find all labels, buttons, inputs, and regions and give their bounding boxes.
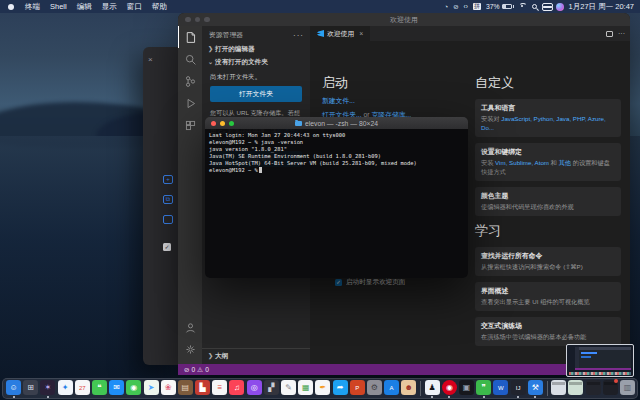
menu-item-3[interactable]: 显示 xyxy=(102,2,117,12)
account-icon[interactable] xyxy=(178,316,202,338)
dock-item-messages[interactable]: ❝ xyxy=(92,379,107,398)
dock-item-app-face[interactable]: ☻ xyxy=(401,379,416,398)
apple-menu-icon[interactable] xyxy=(8,4,14,10)
start-link[interactable]: 新建文件... xyxy=(322,97,355,104)
siri-icon[interactable] xyxy=(556,3,564,11)
status-icon-1[interactable]: ⊘ xyxy=(453,3,458,11)
dock-item-minimized-window-1[interactable] xyxy=(551,379,566,398)
control-center-icon[interactable] xyxy=(542,3,551,11)
error-icon: ⊘ xyxy=(184,366,190,374)
dock-item-app-store[interactable]: A xyxy=(384,379,399,398)
app-dark-purple-icon: ✶ xyxy=(40,380,55,395)
background-window-strip[interactable]: × + ⧉ ✓ xyxy=(143,47,179,365)
dock-item-calendar[interactable]: 27 xyxy=(75,379,90,398)
open-folder-button[interactable]: 打开文件夹 xyxy=(210,86,302,102)
dock-item-app-black-box[interactable]: ▣ xyxy=(459,379,474,398)
menu-item-1[interactable]: Shell xyxy=(50,2,67,12)
dock-item-music[interactable]: ♫ xyxy=(229,379,244,398)
dock-item-powerpoint[interactable]: P xyxy=(350,379,365,398)
dock-item-facetime[interactable]: ◉ xyxy=(126,379,141,398)
dock-item-app-dark-gray[interactable]: ▞ xyxy=(264,379,279,398)
dock-item-podcasts[interactable]: ◎ xyxy=(247,379,262,398)
status-icon-2[interactable]: ‹› xyxy=(464,3,468,11)
menu-bar-clock[interactable]: 1月27日 周一 20:47 xyxy=(569,2,634,12)
dock-item-mail[interactable]: ✉ xyxy=(109,379,124,398)
welcome-card[interactable]: 交互式演练场在演练场中尝试编辑器的基本必备功能 xyxy=(475,317,621,346)
new-file-icon[interactable]: + xyxy=(163,175,173,184)
card-link[interactable]: 其他 xyxy=(559,159,571,166)
welcome-card[interactable]: 颜色主题使编辑器和代码呈现你喜欢的外观 xyxy=(475,187,621,216)
explorer-more-icon[interactable]: ··· xyxy=(293,31,304,40)
status-icon-0[interactable]: ◔ xyxy=(444,3,448,11)
vscode-title-bar[interactable]: 欢迎使用 xyxy=(178,13,630,26)
search-icon[interactable] xyxy=(178,48,202,70)
folder-icon[interactable] xyxy=(163,215,173,224)
welcome-card[interactable]: 界面概述查看突出显示主要 UI 组件的可视化概览 xyxy=(475,282,621,311)
screenshot-preview-thumbnail[interactable] xyxy=(566,344,634,377)
app-red-round-icon: ◉ xyxy=(442,380,457,395)
dock-item-app-dark-purple[interactable]: ✶ xyxy=(40,379,55,398)
close-icon[interactable]: × xyxy=(148,55,153,64)
dock-item-intellij-idea[interactable]: IJ xyxy=(511,379,526,398)
dock-item-system-preferences[interactable]: ⚙ xyxy=(367,379,382,398)
dock-item-textedit[interactable]: ✎ xyxy=(281,379,296,398)
source-control-icon[interactable] xyxy=(178,70,202,92)
dock-item-app-brown[interactable]: ▤ xyxy=(178,379,193,398)
terminal-line: Java(TM) SE Runtime Environment (build 1… xyxy=(209,153,464,160)
dock-item-xcode[interactable]: ⚒ xyxy=(528,379,543,398)
problems-indicator[interactable]: ⊘ 0 ⚠ 0 xyxy=(184,366,209,374)
tab-close-icon[interactable]: × xyxy=(359,30,363,37)
welcome-card[interactable]: 工具和语言安装对 JavaScript, Python, Java, PHP, … xyxy=(475,99,621,137)
menu-item-4[interactable]: 窗口 xyxy=(127,2,142,12)
dock-item-trash[interactable]: ▥ xyxy=(620,379,635,398)
card-text: 安装 xyxy=(481,159,495,166)
tab-welcome[interactable]: 欢迎使用 × xyxy=(310,26,370,41)
battery-indicator[interactable]: 37% xyxy=(486,3,514,10)
twitter-icon: ➦ xyxy=(333,380,348,395)
input-method-icon[interactable]: 拼 xyxy=(473,3,481,10)
terminal-output[interactable]: Last login: Mon Jan 27 20:44:43 on ttys0… xyxy=(205,129,468,278)
dock-item-wechat[interactable]: ❞ xyxy=(476,379,491,398)
dock-item-minimized-window-3[interactable] xyxy=(586,379,601,398)
spotlight-icon[interactable] xyxy=(532,4,537,9)
menu-item-2[interactable]: 编辑 xyxy=(77,2,92,12)
menu-item-0[interactable]: 终端 xyxy=(25,2,40,12)
wifi-icon[interactable] xyxy=(519,3,527,11)
dock-item-app-red[interactable]: ▙ xyxy=(195,379,210,398)
open-editors-section[interactable]: ❯打开的编辑器 xyxy=(202,43,310,56)
settings-gear-icon[interactable] xyxy=(178,338,202,360)
dock-item-pages[interactable]: ✒ xyxy=(315,379,330,398)
split-editor-icon[interactable] xyxy=(606,31,613,37)
checkbox-icon[interactable]: ✓ xyxy=(163,243,171,251)
dock-item-word[interactable]: W xyxy=(493,379,508,398)
show-welcome-label: 启动时显示欢迎页面 xyxy=(346,278,405,287)
outline-section[interactable]: ❯大纲 xyxy=(202,348,310,364)
card-link[interactable]: Vim, Sublime, Atom xyxy=(495,159,549,166)
dock-item-photos[interactable]: ❀ xyxy=(161,379,176,398)
dock-item-finder[interactable]: ☺ xyxy=(6,379,21,398)
dock-item-minimized-window-2[interactable] xyxy=(568,379,583,398)
welcome-card[interactable]: 查找并运行所有命令从搜索框快速访问和搜索命令 (⇧⌘P) xyxy=(475,247,621,276)
dock-item-numbers[interactable]: ▦ xyxy=(298,379,313,398)
dock-item-reminders[interactable]: ≡ xyxy=(212,379,227,398)
welcome-card[interactable]: 设置和键绑定安装 Vim, Sublime, Atom 和 其他 的设置和键盘快… xyxy=(475,143,621,181)
editor-more-icon[interactable]: ··· xyxy=(618,30,625,37)
dock-item-launchpad[interactable]: ⊞ xyxy=(23,379,38,398)
battery-percent: 37% xyxy=(486,3,500,10)
show-welcome-checkbox[interactable]: ✓ 启动时显示欢迎页面 xyxy=(335,278,405,287)
extensions-icon[interactable] xyxy=(178,114,202,136)
explorer-icon[interactable] xyxy=(178,26,202,48)
terminal-title-bar[interactable]: elevon — -zsh — 80×24 xyxy=(205,117,468,129)
copy-icon[interactable]: ⧉ xyxy=(163,195,173,204)
dock-item-maps[interactable]: ➤ xyxy=(144,379,159,398)
dock-item-app-red-round[interactable]: ◉ xyxy=(442,379,457,398)
numbers-icon: ▦ xyxy=(298,380,313,395)
dock-item-minimized-window-4[interactable] xyxy=(603,379,618,398)
no-folder-section[interactable]: ⌄没有打开的文件夹 xyxy=(202,56,310,69)
dock-item-qq[interactable]: ♟ xyxy=(425,379,440,398)
dock-item-safari[interactable]: ✦ xyxy=(58,379,73,398)
menu-item-5[interactable]: 帮助 xyxy=(152,2,167,12)
dock-item-twitter[interactable]: ➦ xyxy=(333,379,348,398)
pages-icon: ✒ xyxy=(315,380,330,395)
run-debug-icon[interactable] xyxy=(178,92,202,114)
